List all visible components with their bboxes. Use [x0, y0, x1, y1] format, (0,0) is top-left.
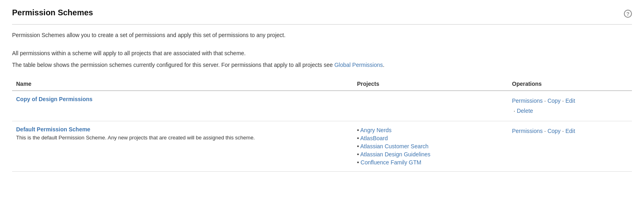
list-item: Confluence Family GTM	[357, 158, 504, 166]
operations-group: Permissions·Copy·Edit	[512, 126, 628, 136]
operation-permissions-link[interactable]: Permissions	[512, 128, 543, 134]
scheme-projects-cell	[353, 91, 508, 121]
scheme-name-cell: Copy of Design Permissions	[12, 91, 353, 121]
scheme-projects-cell: Angry NerdsAtlasBoardAtlassian Customer …	[353, 121, 508, 172]
description-block: Permission Schemes allow you to create a…	[12, 31, 632, 69]
operation-separator: ·	[514, 108, 515, 114]
description-line3: The table below shows the permission sch…	[12, 61, 632, 69]
list-item: Angry Nerds	[357, 126, 504, 134]
table-row: Copy of Design PermissionsPermissions·Co…	[12, 91, 632, 121]
table-body: Copy of Design PermissionsPermissions·Co…	[12, 91, 632, 172]
header-divider	[12, 24, 632, 25]
table-header: Name Projects Operations	[12, 77, 632, 91]
col-header-projects: Projects	[353, 77, 508, 91]
help-icon[interactable]: ?	[624, 10, 632, 18]
description-line2: All permissions within a scheme will app…	[12, 49, 632, 58]
operation-copy-link[interactable]: Copy	[547, 98, 561, 104]
project-link[interactable]: AtlasBoard	[360, 135, 388, 141]
description-line3-after: .	[383, 62, 384, 68]
permission-schemes-table: Name Projects Operations Copy of Design …	[12, 77, 632, 172]
scheme-name-link[interactable]: Default Permission Scheme	[16, 126, 349, 133]
col-header-name: Name	[12, 77, 353, 91]
project-link[interactable]: Atlassian Customer Search	[360, 143, 429, 149]
operations-line1: Permissions·Copy·Edit	[512, 96, 628, 106]
operation-separator: ·	[562, 98, 564, 104]
operations-group: Permissions·Copy·Edit·Delete	[512, 96, 628, 116]
col-header-operations: Operations	[508, 77, 632, 91]
scheme-name-cell: Default Permission SchemeThis is the def…	[12, 121, 353, 172]
scheme-name-link[interactable]: Copy of Design Permissions	[16, 96, 349, 102]
operation-permissions-link[interactable]: Permissions	[512, 98, 543, 104]
list-item: Atlassian Design Guidelines	[357, 150, 504, 158]
operation-separator: ·	[562, 128, 564, 134]
projects-list: Angry NerdsAtlasBoardAtlassian Customer …	[357, 126, 504, 166]
table-row: Default Permission SchemeThis is the def…	[12, 121, 632, 172]
scheme-description: This is the default Permission Scheme. A…	[16, 135, 255, 141]
operation-copy-link[interactable]: Copy	[547, 128, 561, 134]
operation-delete-link[interactable]: Delete	[517, 108, 533, 114]
project-link[interactable]: Atlassian Design Guidelines	[360, 151, 430, 158]
description-line3-text: The table below shows the permission sch…	[12, 62, 334, 68]
scheme-operations-cell: Permissions·Copy·Edit	[508, 121, 632, 172]
scheme-operations-cell: Permissions·Copy·Edit·Delete	[508, 91, 632, 121]
list-item: AtlasBoard	[357, 134, 504, 142]
page-title: Permission Schemes	[12, 8, 93, 17]
project-link[interactable]: Confluence Family GTM	[361, 159, 421, 166]
description-line1: Permission Schemes allow you to create a…	[12, 31, 632, 39]
operation-separator: ·	[544, 98, 546, 104]
operation-edit-link[interactable]: Edit	[566, 128, 575, 134]
global-permissions-link[interactable]: Global Permissions	[334, 62, 383, 68]
operations-line2: ·Delete	[512, 106, 628, 116]
project-link[interactable]: Angry Nerds	[360, 127, 392, 133]
list-item: Atlassian Customer Search	[357, 142, 504, 150]
operation-edit-link[interactable]: Edit	[566, 98, 575, 104]
operation-separator: ·	[544, 128, 546, 134]
